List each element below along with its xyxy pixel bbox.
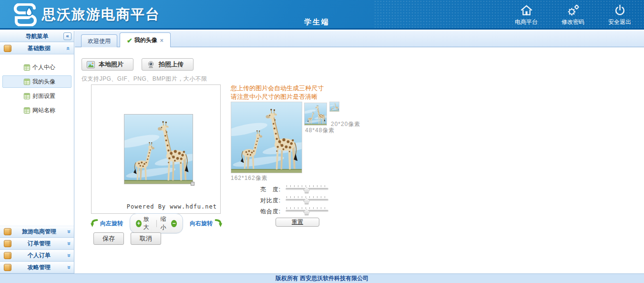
zoom-in-button[interactable]: + 放大 — [133, 215, 154, 231]
rotate-left-icon[interactable] — [91, 218, 98, 229]
section-label: 基础数据 — [11, 44, 67, 52]
header-bar: 思沃旅游电商平台 学生端 电商平台 — [0, 0, 644, 30]
logout-button[interactable]: 安全退出 — [606, 4, 634, 26]
preview-20-label: 20*20像素 — [331, 120, 360, 128]
saturation-slider-row: 饱合度: — [246, 207, 328, 216]
zoom-out-button[interactable]: 缩小 − — [158, 215, 179, 231]
chevron-down-icon: « — [65, 242, 72, 245]
menu-item-label: 封面设置 — [32, 92, 55, 100]
contrast-slider[interactable] — [286, 196, 328, 205]
sidebar-section-travel-ecommerce[interactable]: 旅游电商管理 « — [0, 226, 74, 238]
sidebar-item-site-name[interactable]: 网站名称 — [2, 104, 72, 116]
action-label: 安全退出 — [608, 18, 631, 26]
brightness-label: 亮 度: — [246, 186, 281, 194]
editor-watermark: Powered By www.hdfu.net — [127, 203, 217, 210]
minus-icon: − — [171, 220, 177, 227]
camera-upload-button[interactable]: 拍照上传 — [142, 58, 194, 71]
divider — [156, 220, 157, 227]
brightness-slider[interactable] — [286, 185, 328, 194]
home-icon — [520, 4, 533, 17]
folder-icon — [4, 228, 11, 235]
slider-ticks — [286, 196, 327, 198]
folder-icon — [4, 252, 11, 259]
header-actions: 电商平台 — [512, 4, 634, 26]
ecommerce-platform-button[interactable]: 电商平台 — [512, 4, 540, 26]
save-cancel-row: 保存 取消 — [93, 232, 161, 245]
saturation-label: 饱合度: — [246, 208, 281, 216]
section-label: 旅游电商管理 — [11, 228, 67, 236]
button-label: 本地照片 — [99, 60, 123, 69]
sidebar-section-guide-management[interactable]: 攻略管理 « — [0, 262, 74, 273]
slider-ticks — [286, 185, 327, 187]
crop-editor-canvas: Powered By www.hdfu.net — [91, 84, 221, 214]
webcam-icon — [147, 61, 155, 68]
sidebar-section-base-data[interactable]: 基础数据 « — [0, 42, 74, 54]
tab-bar: 欢迎使用 ✔ 我的头像 × — [75, 31, 644, 47]
upload-buttons-row: 本地照片 拍照上传 — [82, 58, 194, 71]
main-panel: 欢迎使用 ✔ 我的头像 × 本地照片 — [75, 31, 644, 273]
sidebar-item-cover-settings[interactable]: 封面设置 — [2, 90, 72, 102]
upload-tips: 您上传的图片会自动生成三种尺寸 请注意中小尺寸的图片是否清晰 — [231, 84, 324, 101]
tip-line-2: 请注意中小尺寸的图片是否清晰 — [231, 93, 324, 101]
crop-image[interactable] — [124, 114, 193, 184]
action-label: 修改密码 — [562, 18, 584, 26]
grid-icon — [24, 79, 30, 85]
copyright-text: 版权所有 西安思沃软件科技有限公司 — [276, 274, 368, 283]
sidebar-item-my-avatar[interactable]: 我的头像 — [2, 75, 72, 88]
sidebar-item-personal-center[interactable]: 个人中心 — [2, 61, 72, 73]
tab-label: 欢迎使用 — [88, 38, 111, 44]
rotate-controls: 向左旋转 + 放大 缩小 − 向右旋转 — [91, 217, 222, 230]
app-window: 思沃旅游电商平台 学生端 电商平台 — [0, 0, 644, 283]
button-label: 拍照上传 — [159, 60, 184, 69]
section-label: 订单管理 — [11, 240, 67, 248]
preview-162 — [231, 102, 302, 173]
chevron-down-icon: « — [65, 254, 72, 257]
slider-ticks — [286, 207, 327, 209]
saturation-slider[interactable] — [286, 207, 328, 216]
tab-label: 我的头像 — [134, 36, 157, 44]
rotate-right-label[interactable]: 向右旋转 — [190, 220, 213, 228]
gears-icon — [567, 4, 580, 17]
tab-welcome[interactable]: 欢迎使用 — [81, 34, 117, 47]
sidebar-menu: 个人中心 我的头像 封面设置 网站名称 — [0, 54, 74, 116]
local-photo-button[interactable]: 本地照片 — [82, 58, 133, 71]
sidebar-collapse-button[interactable]: « — [63, 32, 72, 40]
change-password-button[interactable]: 修改密码 — [559, 4, 587, 26]
reset-button[interactable]: 重置 — [276, 218, 319, 227]
preview-48 — [304, 103, 327, 126]
action-label: 电商平台 — [515, 18, 538, 26]
menu-item-label: 个人中心 — [32, 63, 55, 72]
brand-logo: 思沃旅游电商平台 — [13, 3, 160, 26]
chevron-down-icon: « — [65, 230, 72, 233]
rotate-right-icon[interactable] — [215, 218, 222, 229]
zoom-pill: + 放大 缩小 − — [130, 213, 183, 233]
preview-20 — [329, 102, 339, 112]
sidebar-section-order-management[interactable]: 订单管理 « — [0, 238, 74, 250]
resize-handle[interactable] — [191, 182, 194, 186]
section-label: 攻略管理 — [11, 263, 67, 272]
grid-icon — [24, 64, 30, 71]
menu-item-label: 我的头像 — [32, 78, 55, 86]
section-label: 个人订单 — [11, 252, 67, 260]
format-note: 仅支持JPG、GIF、PNG、BMP图片，大小不限 — [82, 75, 207, 83]
zoom-in-label: 放大 — [143, 215, 153, 231]
photo-icon — [87, 61, 95, 68]
folder-icon — [4, 45, 11, 52]
avatar-editor-content: 本地照片 拍照上传 仅支持JPG、GIF、PNG、BMP图片，大小不限 — [75, 47, 644, 273]
sidebar-title: 导航菜单 « — [0, 31, 74, 42]
tab-my-avatar[interactable]: ✔ 我的头像 × — [120, 32, 171, 47]
cancel-button[interactable]: 取消 — [131, 232, 161, 245]
chevron-up-icon: « — [65, 46, 72, 50]
brightness-slider-row: 亮 度: — [246, 185, 328, 194]
tab-close-icon[interactable]: × — [160, 37, 164, 44]
portal-label: 学生端 — [304, 18, 330, 27]
logo-droplet-icon — [13, 3, 38, 26]
tip-line-1: 您上传的图片会自动生成三种尺寸 — [231, 84, 324, 93]
sidebar-title-text: 导航菜单 — [26, 32, 49, 41]
preview-162-label: 162*162像素 — [231, 174, 268, 182]
rotate-left-label[interactable]: 向左旋转 — [100, 220, 123, 228]
grid-icon — [24, 93, 30, 99]
sidebar-section-personal-orders[interactable]: 个人订单 « — [0, 250, 74, 262]
save-button[interactable]: 保存 — [93, 232, 124, 245]
contrast-slider-row: 对比度: — [246, 196, 328, 205]
